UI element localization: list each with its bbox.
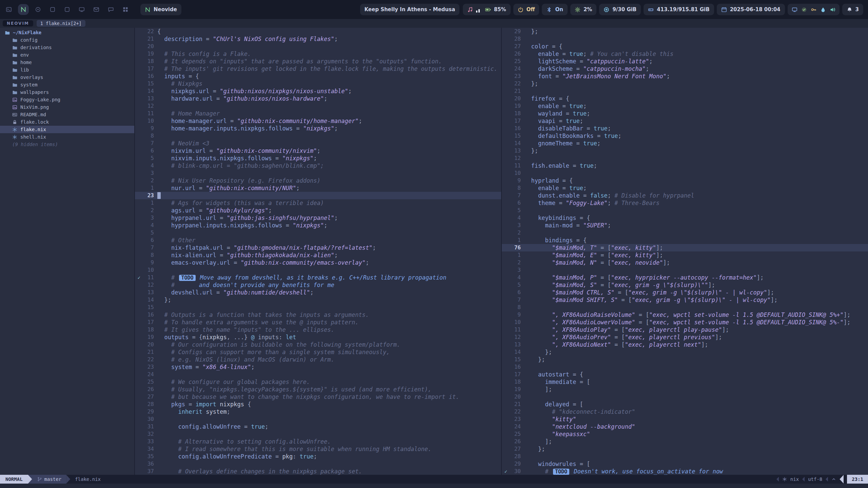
code-line[interactable]: 20 xyxy=(502,393,868,401)
code-line[interactable]: 6 nixvim.url = "github:nix-community/nix… xyxy=(135,147,501,155)
code-line[interactable]: 4 # blink-cmp.url = "github:saghen/blink… xyxy=(135,162,501,169)
workspace-box-2[interactable] xyxy=(63,5,71,14)
code-line[interactable]: 6 # Other xyxy=(135,237,501,244)
code-line[interactable]: 15 }; xyxy=(502,356,868,363)
code-line[interactable]: 36 xyxy=(135,460,501,468)
tree-item-flake-nix[interactable]: flake.nix xyxy=(0,126,134,133)
code-line[interactable]: 10 xyxy=(502,169,868,177)
code-line[interactable]: 11 ", XF86AudioPlay" = ["exec, playerctl… xyxy=(502,326,868,333)
code-line[interactable]: 5 nixvim.inputs.nixpkgs.follows = "nixpk… xyxy=(135,155,501,162)
code-line[interactable]: 1 nur.url = "github:nix-community/NUR"; xyxy=(135,184,501,192)
code-line[interactable]: 1 "$mainMod, E" = ["exec, kitty"]; xyxy=(502,251,868,259)
code-line[interactable]: 29 }; xyxy=(502,28,868,35)
tree-item-home[interactable]: home xyxy=(0,59,134,66)
code-line[interactable]: 1 bindings = { xyxy=(502,237,868,244)
code-line[interactable]: ✓11 # TODO Move away from devshell, as i… xyxy=(135,274,501,281)
tree-item-lib[interactable]: lib xyxy=(0,66,134,74)
code-line[interactable]: 2 xyxy=(502,229,868,237)
code-line[interactable]: 14 }; xyxy=(502,348,868,356)
code-line[interactable]: 25 # We configure our global packages he… xyxy=(135,378,501,386)
code-line[interactable]: 29 inherit system; xyxy=(135,408,501,415)
code-line[interactable]: 10 ", XF86AudioLowerVolume" = ["exec, wp… xyxy=(502,319,868,326)
workspace-mail[interactable] xyxy=(92,5,100,14)
code-line[interactable]: 23 xyxy=(135,192,501,199)
code-line[interactable]: 21 # Configs can support more than a sin… xyxy=(135,348,501,356)
code-line[interactable]: 20 firefox = { xyxy=(502,95,868,102)
code-line[interactable]: 20 # Our configuration is buildable on t… xyxy=(135,341,501,348)
volume-icon[interactable] xyxy=(830,7,835,13)
code-line[interactable]: 18 wayland = true; xyxy=(502,110,868,117)
code-line[interactable]: 29 windowrules = [ xyxy=(502,460,868,468)
code-line[interactable]: 2 ags.url = "github:Aylur/ags"; xyxy=(135,207,501,214)
code-line[interactable]: 15 # Nixpkgs xyxy=(135,80,501,87)
system-tray[interactable] xyxy=(788,4,840,15)
code-line[interactable]: 4 "$mainMod, P" = ["exec, hyprpicker --a… xyxy=(502,274,868,281)
code-line[interactable]: 23 "kitty" xyxy=(502,415,868,423)
code-line[interactable]: 32 xyxy=(135,430,501,438)
code-line[interactable]: 19 ]; xyxy=(502,386,868,393)
tree-item-shell-nix[interactable]: shell.nix xyxy=(0,133,134,141)
code-line[interactable]: 24 xyxy=(135,371,501,378)
code-line[interactable]: 33 # Alternative to setting config.allow… xyxy=(135,438,501,445)
code-line[interactable]: 22 }; xyxy=(502,80,868,87)
music-title-widget[interactable]: Keep Shelly In Athens - Medusa xyxy=(360,4,460,15)
code-line[interactable]: 14 gnomeTheme = true; xyxy=(502,140,868,147)
code-line[interactable]: 1 # Ags for widgets (this was a terrible… xyxy=(135,199,501,207)
tab-flake-nix[interactable]: 1 flake.nix[2+] xyxy=(37,20,85,27)
memory-widget[interactable]: 9/30 GiB xyxy=(599,4,641,15)
code-line[interactable]: 13 devshell.url = "github:numtide/devshe… xyxy=(135,289,501,296)
code-line[interactable]: 27 # but because we want to change the n… xyxy=(135,393,501,401)
code-line[interactable]: 6 theme = "Foggy-Lake"; # Three-Bears xyxy=(502,199,868,207)
code-line[interactable]: 24 darkScheme = "catppuccin-mocha"; xyxy=(502,65,868,73)
workspace-terminal[interactable] xyxy=(5,5,13,14)
code-line[interactable]: 16 xyxy=(502,363,868,371)
code-line[interactable]: 16 # Outputs is a function that takes th… xyxy=(135,311,501,319)
tree-item-readme-md[interactable]: README.md xyxy=(0,111,134,118)
code-line[interactable]: 3 xyxy=(135,169,501,177)
disk-widget[interactable]: 413.19/915.81 GiB xyxy=(644,4,714,15)
code-line[interactable]: 10 xyxy=(135,266,501,274)
tree-item-derivations[interactable]: derivations xyxy=(0,44,134,51)
code-line[interactable]: 12 # and doesn't provide any benefits fo… xyxy=(135,281,501,289)
code-line[interactable]: 7 # NeoVim <3 xyxy=(135,140,501,147)
code-line[interactable]: 21 xyxy=(502,87,868,95)
workspace-disc[interactable] xyxy=(34,5,42,14)
code-line[interactable]: 35 config.allowUnfreePredicate = pkg: tr… xyxy=(135,453,501,460)
code-line[interactable]: 8 nix-alien.url = "github:thiagokokada/n… xyxy=(135,251,501,259)
code-line[interactable]: 14 }; xyxy=(135,296,501,304)
code-line[interactable]: 17 vaapi = true; xyxy=(502,117,868,125)
code-line[interactable]: 6 "$mainMod CTRL, S" = ["exec, grim -g \… xyxy=(502,289,868,296)
code-line[interactable]: 2 "$mainMod, N" = ["exec, neovide"]; xyxy=(502,259,868,266)
code-line[interactable]: 13 }; xyxy=(502,147,868,155)
tree-item-foggy-lake-png[interactable]: Foggy-Lake.png xyxy=(0,96,134,103)
bluetooth-widget[interactable]: On xyxy=(542,4,567,15)
code-line[interactable]: 31 config.allowUnfree = true; xyxy=(135,423,501,430)
tree-item-nixvim-png[interactable]: NixVim.png xyxy=(0,103,134,111)
code-line[interactable]: 26 ]; xyxy=(502,438,868,445)
code-line[interactable]: 8 enable = true; xyxy=(502,184,868,192)
neovide-window-button[interactable]: Neovide xyxy=(140,4,181,15)
cpu-widget[interactable]: 2% xyxy=(570,4,596,15)
code-line[interactable]: 3 hyprpanel.url = "github:jas-singhfsu/h… xyxy=(135,214,501,222)
clock-widget[interactable]: 2025-06-18 00:04 xyxy=(717,4,785,15)
workspace-misc[interactable] xyxy=(121,5,130,14)
code-line[interactable]: 76 "$mainMod, T" = ["exec, kitty"]; xyxy=(502,244,868,251)
code-line[interactable]: 28 xyxy=(502,35,868,43)
code-line[interactable]: 22 # e.g. NixOS (linux) and MacOS (darwi… xyxy=(135,356,501,363)
code-line[interactable]: 23 system = "x86_64-linux"; xyxy=(135,363,501,371)
code-line[interactable]: 15 xyxy=(135,304,501,311)
code-line[interactable]: 7 "$mainMod SHIFT, S" = ["exec, grim -g … xyxy=(502,296,868,304)
code-line[interactable]: 26 # Usually, "nixpkgs.legacyPackages.${… xyxy=(135,386,501,393)
tree-root[interactable]: ~/NixFlake xyxy=(0,29,134,36)
code-line[interactable]: 18 # It gives the name "inputs" to the .… xyxy=(135,326,501,333)
code-line[interactable]: 23 font = "JetBrainsMono Nerd Font Mono"… xyxy=(502,73,868,80)
monitor-icon[interactable] xyxy=(792,7,797,13)
editor-pane-right[interactable]: 29 };2827 color = {26 enable = true; # Y… xyxy=(502,28,868,475)
code-line[interactable]: 37 # Overlays define changes in the nixp… xyxy=(135,468,501,475)
code-line[interactable]: 9 home-manager.inputs.nixpkgs.follows = … xyxy=(135,125,501,132)
code-line[interactable]: 11 fish.enable = true; xyxy=(502,162,868,169)
code-line[interactable]: 3 xyxy=(502,266,868,274)
code-line[interactable]: 5 xyxy=(502,207,868,214)
code-line[interactable]: 7 nix-flatpak.url = "github:gmodena/nix-… xyxy=(135,244,501,251)
code-line[interactable]: 26 enable = true; # You can't disable th… xyxy=(502,50,868,58)
